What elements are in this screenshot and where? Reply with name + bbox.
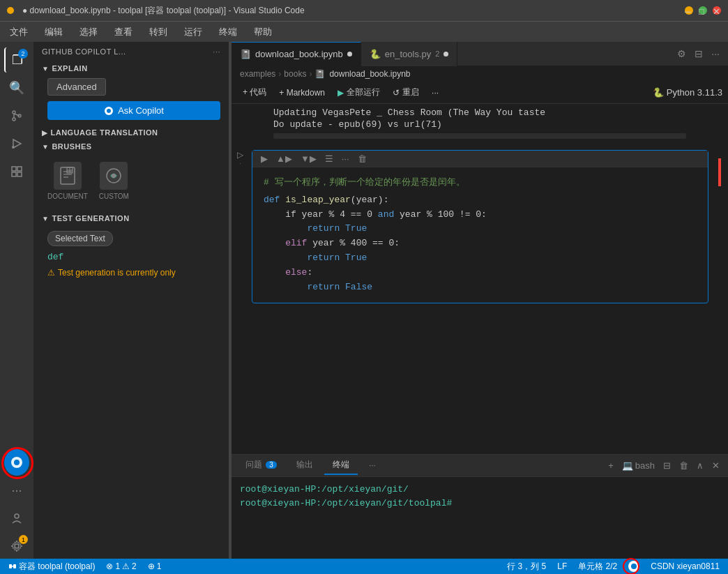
status-copilot[interactable]: [625, 561, 642, 572]
cell-delete-btn[interactable]: 🗑: [355, 152, 370, 165]
menu-run[interactable]: 运行: [181, 24, 205, 40]
python-version[interactable]: Python 3.11.3: [667, 87, 722, 98]
new-terminal-btn[interactable]: +: [605, 459, 616, 472]
sidebar-header-more[interactable]: ···: [213, 47, 220, 56]
test-gen-chevron: ▼: [42, 215, 49, 222]
cell-run-above-btn[interactable]: ▲▶: [273, 152, 295, 165]
svg-point-16: [107, 109, 111, 113]
status-position[interactable]: 行 3，列 5: [504, 561, 549, 573]
status-csdn[interactable]: CSDN xieyan0811: [648, 561, 722, 571]
panel-tab-problems[interactable]: 问题 3: [237, 456, 285, 475]
close-btn[interactable]: ✕: [713, 6, 721, 15]
code-cell[interactable]: ▶ ▲▶ ▼▶ ☰ ··· 🗑 # 写一个程序，判断一个给定的年份是否是闰年。: [252, 150, 708, 303]
selected-text-badge[interactable]: Selected Text: [47, 231, 113, 246]
panel: 问题 3 输出 终端 ··· + 💻 bash ⊟ 🗑: [232, 454, 728, 559]
svg-rect-7: [12, 167, 16, 171]
activity-run[interactable]: [4, 131, 29, 156]
maximize-btn[interactable]: □: [699, 6, 707, 15]
restart-btn[interactable]: ↺ 重启: [387, 84, 425, 100]
menu-view[interactable]: 查看: [112, 24, 135, 40]
section-language[interactable]: ▶ LANGUAGE TRANSLATION: [33, 126, 229, 139]
activity-extensions[interactable]: [4, 159, 29, 184]
tab-download-book-label: download_book.ipynb: [255, 49, 343, 59]
activity-source-control[interactable]: [4, 103, 29, 128]
title-dot: [7, 7, 14, 14]
editor-split-icon[interactable]: ⊟: [692, 47, 706, 61]
terminal-split-btn[interactable]: ⊟: [660, 459, 674, 472]
status-cell-info[interactable]: 单元格 2/2: [575, 561, 620, 573]
cell-run-btn[interactable]: ▷: [237, 150, 243, 160]
status-errors[interactable]: ⊗ 1 ⚠ 2: [103, 561, 139, 571]
activity-account[interactable]: [4, 506, 29, 531]
warning-message: Test generation is currently only: [58, 268, 176, 278]
activity-explorer[interactable]: ❐ 2: [4, 47, 29, 73]
tabs-settings: ⚙ ⊟ ···: [674, 47, 728, 61]
extensions-icon: [10, 165, 23, 178]
breadcrumb: examples › books › 📓 download_book.ipynb: [232, 66, 728, 82]
editor-more-icon[interactable]: ···: [708, 47, 722, 61]
panel-close-btn[interactable]: ✕: [709, 459, 722, 472]
activity-more[interactable]: ···: [4, 478, 29, 503]
sidebar-header: GITHUB COPILOT L... ···: [33, 42, 229, 61]
panel-tab-more[interactable]: ···: [361, 458, 384, 474]
tab-download-book[interactable]: 📓 download_book.ipynb: [232, 42, 361, 66]
code-line-1: def is_leap_year(year):: [264, 193, 699, 208]
breadcrumb-books[interactable]: books: [284, 69, 306, 79]
menu-goto[interactable]: 转到: [146, 24, 170, 40]
breadcrumb-examples[interactable]: examples: [240, 69, 275, 79]
breadcrumb-file-icon: 📓: [314, 69, 325, 79]
cell-more-btn[interactable]: ···: [339, 152, 352, 165]
tab-en-tools[interactable]: 🐍 en_tools.py 2: [361, 42, 458, 66]
def-text: def: [47, 252, 220, 262]
panel-tab-terminal[interactable]: 终端: [324, 456, 358, 475]
activity-search[interactable]: 🔍: [4, 75, 29, 100]
activity-settings[interactable]: 1: [4, 534, 29, 559]
run-all-btn[interactable]: ▶ 全部运行: [332, 84, 386, 100]
code-line-7: return False: [264, 280, 699, 295]
restart-icon: ↺: [393, 88, 400, 98]
minimize-btn[interactable]: ─: [685, 6, 693, 15]
code-scroll[interactable]: Updating VegasPete _ Chess Room (The Way…: [232, 104, 728, 454]
notebook-tab-icon: 📓: [240, 49, 251, 59]
status-ports[interactable]: ⊕ 1: [145, 561, 165, 571]
cell-left: ▷ ·: [237, 150, 243, 167]
app-body: ❐ 2 🔍: [0, 42, 728, 559]
panel-tab-output[interactable]: 输出: [288, 456, 321, 475]
menu-file[interactable]: 文件: [7, 24, 31, 40]
brush-document[interactable]: DOCUMENT: [47, 162, 88, 200]
cell-format-btn[interactable]: ☰: [322, 152, 336, 165]
nb-more-btn[interactable]: ···: [426, 86, 444, 100]
brushes-chevron: ▼: [42, 143, 49, 151]
menu-help[interactable]: 帮助: [251, 24, 275, 40]
section-test-gen[interactable]: ▼ TEST GENERATION: [33, 211, 229, 225]
section-brushes[interactable]: ▼ BRUSHES: [33, 139, 229, 153]
document-brush-label: DOCUMENT: [47, 192, 88, 200]
panel-collapse-btn[interactable]: ∧: [694, 459, 706, 472]
terminal-bash-btn[interactable]: 💻 bash: [619, 459, 658, 472]
terminal-kill-btn[interactable]: 🗑: [676, 459, 691, 472]
brush-custom[interactable]: CUSTOM: [99, 162, 129, 200]
editor-settings-icon[interactable]: ⚙: [674, 47, 689, 61]
cell-run-below-btn[interactable]: ▼▶: [298, 152, 319, 165]
tab-en-tools-modified: [443, 52, 448, 56]
brushes-content: DOCUMENT CUSTOM: [33, 153, 229, 211]
ask-copilot-button[interactable]: Ask Copilot: [47, 101, 220, 120]
code-comment-line: # 写一个程序，判断一个给定的年份是否是闰年。: [264, 176, 699, 190]
svg-rect-26: [9, 564, 12, 568]
svg-point-12: [14, 460, 20, 465]
add-markdown-btn[interactable]: + Markdown: [273, 86, 331, 100]
breadcrumb-file[interactable]: download_book.ipynb: [329, 69, 410, 79]
add-code-btn[interactable]: + 代码: [237, 84, 272, 100]
section-explain[interactable]: ▼ EXPLAIN: [33, 61, 229, 75]
advanced-button[interactable]: Advanced: [47, 78, 106, 96]
status-encoding[interactable]: LF: [554, 561, 570, 571]
menu-select[interactable]: 选择: [77, 24, 100, 40]
menu-edit[interactable]: 编辑: [42, 24, 66, 40]
menu-terminal[interactable]: 终端: [216, 24, 240, 40]
cell-run-toolbar-btn[interactable]: ▶: [258, 152, 271, 165]
status-container[interactable]: 容器 toolpal (toolpal): [6, 561, 98, 573]
panel-tabs: 问题 3 输出 终端 ··· + 💻 bash ⊟ 🗑: [232, 455, 728, 477]
activity-copilot[interactable]: [4, 450, 29, 475]
title-bar: ● download_book.ipynb - toolpal [容器 tool…: [0, 0, 728, 21]
activity-badge: 2: [18, 49, 28, 59]
